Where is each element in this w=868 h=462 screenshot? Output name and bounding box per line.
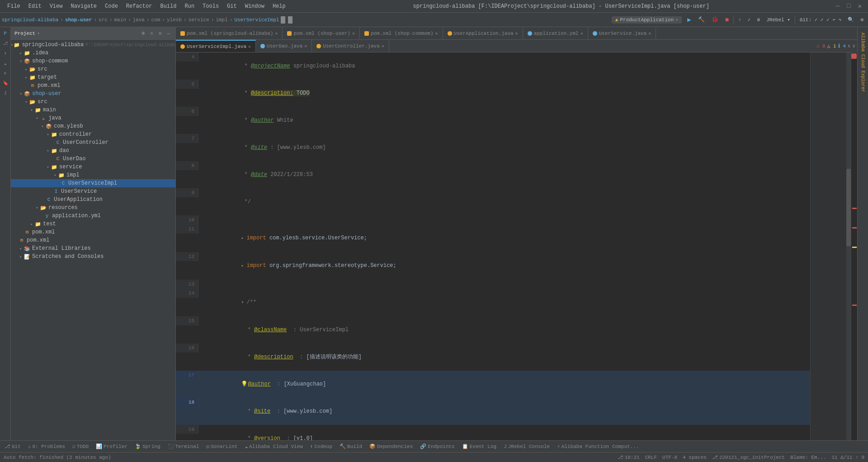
tree-user-src[interactable]: ▾ 📂 src: [11, 98, 175, 106]
tree-service[interactable]: ▾ 📁 service: [11, 163, 175, 171]
breadcrumb-file[interactable]: UserServiceImpl: [234, 17, 279, 23]
build-button[interactable]: 🔨: [695, 15, 708, 24]
stop-button[interactable]: ■: [722, 15, 731, 24]
bottom-spring[interactable]: 🍃 Spring: [132, 443, 163, 450]
toolbar-settings-icon[interactable]: ⚙: [858, 16, 866, 24]
close-button[interactable]: ✕: [855, 2, 864, 10]
tree-usercontroller[interactable]: C UserController: [11, 138, 175, 147]
fold-icon-11[interactable]: ▸: [241, 236, 246, 241]
sidebar-project-icon[interactable]: P: [1, 29, 10, 38]
menu-code[interactable]: Code: [101, 2, 122, 10]
tab-applicationyml[interactable]: application.yml ✕: [523, 27, 588, 40]
status-git[interactable]: ⎇ 18:21: [618, 454, 640, 460]
panel-collapse-icon[interactable]: ≡: [148, 30, 155, 37]
sidebar-structure-icon[interactable]: ≡: [1, 69, 10, 78]
minimize-button[interactable]: —: [833, 2, 842, 10]
run-configuration[interactable]: ▲ ProductApplication ▾: [612, 16, 682, 24]
tab-close-userdao[interactable]: ✕: [304, 43, 307, 49]
menu-help[interactable]: Help: [269, 2, 289, 10]
menu-tools[interactable]: Tools: [199, 2, 222, 10]
tab-close-userserviceimpl[interactable]: ✕: [248, 44, 251, 49]
tree-commom-pom[interactable]: m pom.xml: [11, 81, 175, 90]
git-label[interactable]: Git: ✓ ✓ ✓ ↶ ↷: [797, 16, 844, 24]
menu-git[interactable]: Git: [223, 2, 241, 10]
tab-userservice[interactable]: UserService.java ✕: [588, 27, 656, 40]
git-update-icon[interactable]: ↑: [736, 16, 744, 24]
sidebar-cloudexplorer-icon[interactable]: ☁: [1, 59, 10, 68]
fold-icon-12[interactable]: ▸: [241, 263, 246, 268]
status-blame[interactable]: Blame: Em...: [790, 455, 826, 460]
jrebel-label[interactable]: JRebel ▾: [764, 16, 793, 24]
tab-userdao[interactable]: UserDao.java ✕: [256, 40, 312, 52]
tab-close-applicationyml[interactable]: ✕: [580, 31, 583, 36]
tree-commom-src[interactable]: ▸ 📂 src: [11, 65, 175, 73]
breadcrumb-module[interactable]: shop-user: [65, 17, 92, 23]
scrollbar-track[interactable]: [846, 52, 851, 440]
menu-run[interactable]: Run: [181, 2, 198, 10]
bottom-build[interactable]: 🔨 Build: [337, 443, 365, 450]
tab-pom-shopuser[interactable]: pom.xml (shop-user) ✕: [283, 27, 359, 40]
tree-dao[interactable]: ▾ 📁 dao: [11, 147, 175, 155]
search-everywhere-icon[interactable]: 🔍: [845, 16, 857, 24]
bottom-alibaba-func[interactable]: ⚡ Alibaba Function Comput...: [554, 443, 642, 450]
tree-userserviceimpl[interactable]: C UserServiceImpl: [11, 179, 175, 187]
tab-close-pom-common[interactable]: ✕: [435, 31, 438, 36]
tree-comylesb[interactable]: ▾ 📦 com.ylesb: [11, 122, 175, 130]
menu-window[interactable]: Window: [241, 2, 268, 10]
panel-close-icon[interactable]: —: [165, 30, 172, 37]
tree-commom-target[interactable]: ▸ 📁 target: [11, 73, 175, 81]
tree-shop-user[interactable]: ▾ 📦 shop-user: [11, 90, 175, 98]
bottom-sonarlint[interactable]: ◎ SonarLint: [203, 443, 240, 450]
breadcrumb-project[interactable]: springcloud-alibaba: [2, 17, 58, 23]
status-crlf[interactable]: CRLF: [645, 455, 657, 460]
tree-user-pom[interactable]: m pom.xml: [11, 228, 175, 236]
tree-idea[interactable]: ▸ 📁 .idea: [11, 49, 175, 57]
bottom-eventlog[interactable]: 📋 Event Log: [459, 443, 499, 450]
navigate-forward-icon[interactable]: [288, 16, 292, 24]
bottom-profiler[interactable]: 📊 Profiler: [93, 443, 130, 450]
status-indent[interactable]: 4 spaces: [683, 455, 707, 460]
tree-scratches[interactable]: ▸ 📝 Scratches and Consoles: [11, 252, 175, 261]
bottom-terminal[interactable]: ⬛ Terminal: [165, 443, 202, 450]
bottom-jrebel[interactable]: J JRebel Console: [501, 443, 552, 450]
bottom-alibaba-cloud[interactable]: ☁ Alibaba Cloud View: [242, 443, 305, 450]
bottom-dependencies[interactable]: 📦 Dependencies: [367, 443, 415, 450]
menu-refactor[interactable]: Refactor: [123, 2, 156, 10]
run-button[interactable]: ▶: [684, 15, 693, 24]
code-content[interactable]: 4 * @projectName springcloud-alibaba 5 *…: [176, 52, 810, 440]
status-lines[interactable]: 11 Δ/11 ↑ 0: [831, 455, 864, 460]
git-commit-icon[interactable]: ✓: [745, 16, 754, 24]
bottom-git[interactable]: ⎇ Git: [2, 443, 24, 450]
sidebar-jrebel-icon[interactable]: J: [1, 89, 10, 98]
tree-userapplication[interactable]: C UserApplication: [11, 195, 175, 204]
panel-settings-icon[interactable]: ⚙: [157, 29, 164, 37]
tab-userserviceimpl[interactable]: UserServiceImpl.java ✕: [176, 40, 256, 52]
bottom-codeup[interactable]: ⬆ Codeup: [307, 443, 335, 450]
tree-resources[interactable]: ▾ 📂 resources: [11, 204, 175, 212]
menu-navigate[interactable]: Navigate: [67, 2, 100, 10]
tab-close-userapplication[interactable]: ✕: [515, 31, 518, 36]
tree-impl[interactable]: ▾ 📁 impl: [11, 171, 175, 179]
tree-root-pom[interactable]: m pom.xml: [11, 236, 175, 244]
debug-button[interactable]: 🐞: [709, 15, 721, 24]
tree-extlibs[interactable]: ▸ 📚 External Libraries: [11, 244, 175, 252]
navigate-back-icon[interactable]: [281, 16, 285, 24]
tab-close-userservice[interactable]: ✕: [648, 31, 651, 36]
fold-icon-14[interactable]: ▾: [241, 300, 246, 305]
sidebar-pullrequest-icon[interactable]: ⬆: [1, 49, 10, 58]
project-panel-dropdown[interactable]: ▾: [37, 31, 40, 36]
bottom-todo[interactable]: ☑ TODO: [70, 443, 91, 450]
tree-test[interactable]: ▸ 📁 test: [11, 220, 175, 228]
tab-userapplication[interactable]: UserApplication.java ✕: [443, 27, 523, 40]
bottom-problems[interactable]: ⚠ 6: Problems: [25, 443, 68, 450]
tree-applicationyml[interactable]: y application.yml: [11, 212, 175, 220]
menu-build[interactable]: Build: [156, 2, 180, 10]
settings-icon[interactable]: ⚙: [754, 16, 763, 24]
status-branch[interactable]: ⎇ 220121_xgc_initProject: [712, 454, 785, 460]
tree-java[interactable]: ▾ ☕ java: [11, 114, 175, 122]
nav-down-icon[interactable]: ∨: [852, 43, 855, 49]
tab-pom-alibaba[interactable]: pom.xml (springcloud-alibaba) ✕: [176, 27, 283, 40]
tree-root[interactable]: ▾ 📁 springcloud-alibaba F:\IDEAProject\s…: [11, 41, 175, 49]
scrollbar-thumb[interactable]: [846, 169, 851, 246]
tree-userdao[interactable]: C UserDao: [11, 155, 175, 163]
